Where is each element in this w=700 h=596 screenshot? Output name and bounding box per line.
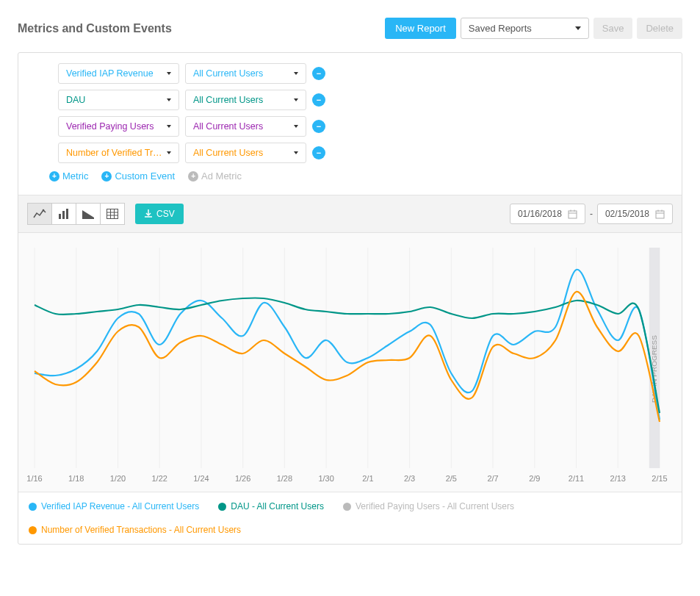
chevron-down-icon [575, 26, 581, 30]
line-chart-button[interactable] [27, 203, 52, 225]
add-metric-label: Metric [62, 170, 88, 182]
svg-text:2/1: 2/1 [362, 474, 373, 483]
remove-filter-button[interactable]: − [312, 120, 325, 133]
date-from-label: 01/16/2018 [518, 209, 562, 219]
chart-toolbar: CSV 01/16/2018 - 02/15/2018 [18, 195, 682, 233]
legend-dot-icon [29, 503, 37, 511]
add-metric-link[interactable]: + Metric [49, 170, 88, 182]
plus-icon: + [101, 171, 112, 182]
calendar-icon [655, 209, 665, 219]
svg-text:2/3: 2/3 [404, 474, 415, 483]
metric-label: Number of Verified Trans… [66, 148, 165, 158]
plus-icon: + [188, 171, 198, 182]
remove-filter-button[interactable]: − [312, 67, 325, 80]
legend-item[interactable]: Verified Paying Users - All Current User… [343, 501, 514, 511]
date-from-input[interactable]: 01/16/2018 [510, 204, 585, 224]
chart-type-group [27, 203, 125, 225]
area-chart-icon [82, 208, 95, 220]
legend-label: Verified Paying Users - All Current User… [356, 501, 514, 511]
svg-text:1/16: 1/16 [27, 474, 43, 483]
metric-select[interactable]: DAU [58, 90, 179, 110]
export-csv-button[interactable]: CSV [135, 204, 184, 224]
saved-reports-dropdown[interactable]: Saved Reports [461, 18, 589, 39]
chevron-down-icon [167, 98, 171, 101]
remove-filter-button[interactable]: − [312, 93, 325, 107]
remove-filter-button[interactable]: − [312, 146, 325, 159]
svg-text:1/30: 1/30 [318, 474, 333, 483]
legend-label: DAU - All Current Users [231, 501, 324, 511]
chevron-down-icon [167, 151, 171, 154]
svg-rect-2 [62, 211, 65, 219]
table-button[interactable] [100, 203, 125, 225]
svg-text:1/24: 1/24 [193, 474, 209, 483]
legend-item[interactable]: Verified IAP Revenue - All Current Users [29, 501, 199, 511]
metric-select[interactable]: Verified IAP Revenue [58, 63, 179, 84]
svg-text:2/11: 2/11 [569, 474, 584, 483]
bar-chart-icon [57, 208, 71, 220]
legend-item[interactable]: Number of Verified Transactions - All Cu… [29, 525, 241, 535]
svg-text:2/13: 2/13 [610, 474, 626, 483]
chart-legend: Verified IAP Revenue - All Current Users… [18, 492, 682, 544]
new-report-button[interactable]: New Report [385, 18, 456, 39]
legend-label: Verified IAP Revenue - All Current Users [41, 501, 199, 511]
svg-rect-4 [107, 209, 118, 219]
header-actions: New Report Saved Reports Save Delete [385, 18, 682, 39]
svg-text:1/18: 1/18 [68, 474, 84, 483]
metric-select[interactable]: Number of Verified Trans… [58, 143, 179, 163]
svg-text:2/5: 2/5 [446, 474, 457, 483]
page-header: Metrics and Custom Events New Report Sav… [18, 18, 682, 39]
main-panel: Verified IAP Revenue All Current Users −… [18, 52, 682, 545]
page-title: Metrics and Custom Events [18, 22, 172, 35]
legend-item[interactable]: DAU - All Current Users [218, 501, 324, 511]
chevron-down-icon [294, 151, 298, 154]
filter-row: Number of Verified Trans… All Current Us… [58, 143, 642, 163]
users-select[interactable]: All Current Users [185, 90, 306, 110]
minus-icon: − [317, 69, 321, 78]
line-chart: 1/161/181/201/221/241/261/281/302/12/32/… [27, 242, 673, 492]
metric-select[interactable]: Verified Paying Users [58, 116, 179, 137]
add-ad-metric-label: Ad Metric [201, 170, 242, 182]
users-select[interactable]: All Current Users [185, 63, 306, 84]
svg-text:1/20: 1/20 [110, 474, 126, 483]
minus-icon: − [317, 96, 321, 104]
chevron-down-icon [294, 125, 298, 128]
legend-label: Number of Verified Transactions - All Cu… [41, 525, 241, 535]
date-to-input[interactable]: 02/15/2018 [597, 204, 673, 224]
users-select[interactable]: All Current Users [185, 143, 306, 163]
svg-text:1/22: 1/22 [152, 474, 167, 483]
add-custom-event-link[interactable]: + Custom Event [101, 170, 175, 182]
minus-icon: − [317, 122, 321, 131]
plus-icon: + [49, 171, 59, 182]
chevron-down-icon [167, 72, 171, 75]
svg-rect-3 [66, 209, 68, 219]
area-chart-button[interactable] [76, 203, 101, 225]
delete-button[interactable]: Delete [637, 18, 682, 39]
date-separator: - [590, 209, 593, 219]
calendar-icon [568, 209, 577, 219]
add-links-row: + Metric + Custom Event + Ad Metric [49, 170, 642, 182]
svg-point-0 [43, 209, 45, 212]
line-chart-icon [33, 208, 46, 220]
svg-text:2/15: 2/15 [652, 474, 667, 483]
csv-label: CSV [156, 209, 175, 219]
chevron-down-icon [294, 72, 298, 75]
toolbar-left: CSV [27, 203, 184, 225]
users-label: All Current Users [193, 68, 263, 79]
download-icon [144, 209, 153, 218]
metric-label: Verified Paying Users [66, 121, 154, 132]
users-select[interactable]: All Current Users [185, 116, 306, 137]
metric-label: DAU [66, 95, 85, 105]
users-label: All Current Users [193, 121, 263, 132]
date-to-label: 02/15/2018 [605, 209, 649, 219]
chart-area: 1/161/181/201/221/241/261/281/302/12/32/… [18, 233, 682, 492]
chevron-down-icon [294, 98, 298, 101]
date-range: 01/16/2018 - 02/15/2018 [510, 204, 673, 224]
svg-text:1/26: 1/26 [235, 474, 250, 483]
save-button[interactable]: Save [593, 18, 633, 39]
table-icon [106, 208, 119, 220]
svg-rect-13 [656, 211, 664, 218]
legend-dot-icon [218, 503, 226, 511]
bar-chart-button[interactable] [51, 203, 76, 225]
add-custom-event-label: Custom Event [115, 170, 175, 182]
svg-text:2/7: 2/7 [487, 474, 498, 483]
